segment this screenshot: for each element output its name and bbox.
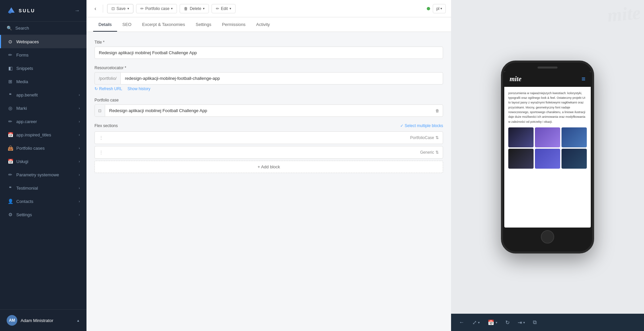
sidebar-item-contacts[interactable]: 👤 Contacts ›: [0, 195, 86, 208]
sidebar-item-parametry[interactable]: ✏ Parametry systemowe ›: [0, 168, 86, 181]
block-2-type-label: Generic: [420, 150, 434, 155]
show-history-label: Show history: [127, 86, 150, 91]
delete-chevron-icon: ▾: [203, 7, 205, 10]
user-menu-chevron-icon: ▲: [77, 319, 80, 322]
resourcelocator-row: /portfolio/: [94, 72, 443, 84]
flex-block-1: ⋮ PortfolioCase ⇅: [94, 131, 443, 144]
preview-external-button[interactable]: ⧉: [530, 317, 539, 328]
watermark-text: mite: [607, 2, 642, 26]
snippets-icon: ◧: [8, 66, 13, 71]
sidebar-item-snippets[interactable]: ◧ Snippets: [0, 62, 86, 75]
sidebar-item-media[interactable]: ⊞ Media: [0, 75, 86, 88]
sidebar-item-app-inspired-titles[interactable]: 📅 app.inspired_titles ›: [0, 128, 86, 141]
marki-icon: ◎: [8, 105, 13, 111]
save-icon: ⊡: [111, 6, 115, 11]
preview-back-button[interactable]: ←: [456, 317, 467, 328]
portfolio-case-label: Portfolio case: [145, 6, 170, 11]
sidebar-item-webspaces-label: Webspaces: [16, 39, 39, 44]
tab-permissions[interactable]: Permissions: [217, 18, 251, 32]
tab-excerpt-taxonomies[interactable]: Excerpt & Taxonomies: [137, 18, 190, 32]
tab-activity-label: Activity: [256, 22, 270, 27]
refresh-url-link[interactable]: ↻ Refresh URL: [94, 86, 122, 91]
language-button[interactable]: pl ▾: [433, 4, 446, 13]
sidebar-item-forms[interactable]: ✏ Forms: [0, 48, 86, 62]
sidebar-item-parametry-label: Parametry systemowe: [16, 172, 59, 177]
logo-icon: [7, 6, 16, 15]
chevron-right-icon: ›: [79, 186, 80, 190]
chevron-right-icon: ›: [79, 173, 80, 177]
tab-activity[interactable]: Activity: [251, 18, 275, 32]
sidebar-item-settings[interactable]: ⚙ Settings ›: [0, 208, 86, 221]
delete-button[interactable]: 🗑 Delete ▾: [180, 4, 209, 13]
title-input[interactable]: [94, 47, 443, 59]
resourcelocator-input[interactable]: [120, 72, 443, 84]
sidebar-item-uslugi[interactable]: 📅 Usługi ›: [0, 155, 86, 168]
preview-forward-icon: ⇥: [518, 319, 522, 326]
phone-screen: mite ≡ porozumienia w najważniejszych kw…: [504, 71, 591, 228]
tab-seo[interactable]: SEO: [117, 18, 137, 32]
save-chevron-icon: ▾: [127, 7, 129, 10]
edit-label: Edit: [221, 6, 228, 11]
show-history-link[interactable]: Show history: [127, 86, 150, 91]
sidebar-item-testimonial[interactable]: ❝ Testimonial ›: [0, 181, 86, 195]
toolbar-divider: [103, 5, 103, 13]
settings-icon: ⚙: [8, 212, 13, 217]
portfolio-case-label: Portfolio case: [94, 98, 443, 102]
phone-img-5: [535, 149, 560, 169]
sidebar-item-marki-label: Marki: [16, 106, 27, 111]
phone-mockup: mite ≡ porozumienia w najważniejszych kw…: [501, 61, 594, 253]
phone-img-1: [508, 127, 534, 147]
back-button[interactable]: ‹: [92, 4, 99, 13]
search-nav-item[interactable]: 🔍 Search: [0, 22, 86, 35]
resourcelocator-links: ↻ Refresh URL Show history: [94, 86, 443, 91]
select-multiple-button[interactable]: ✓ Select multiple blocks: [400, 123, 443, 128]
delete-label: Delete: [190, 6, 201, 11]
flex-sections-header: Flex sections ✓ Select multiple blocks: [94, 123, 443, 128]
sidebar-item-app-benefit[interactable]: ❝ app.benefit ›: [0, 88, 86, 101]
search-label: Search: [15, 26, 29, 31]
webspaces-icon: ⊙: [8, 39, 13, 44]
search-icon: 🔍: [7, 26, 12, 31]
sidebar-item-webspaces[interactable]: ⊙ Webspaces: [0, 35, 86, 48]
user-info[interactable]: AM Adam Ministrator ▲: [7, 315, 80, 326]
chevron-right-icon: ›: [79, 106, 80, 110]
sidebar-item-marki[interactable]: ◎ Marki ›: [0, 101, 86, 115]
drag-handle-icon[interactable]: ⋮: [99, 135, 103, 140]
sidebar: SULU → 🔍 Search ⊙ Webspaces ✏ Forms ◧ Sn…: [0, 0, 86, 331]
flex-sections-group: Flex sections ✓ Select multiple blocks ⋮…: [94, 123, 443, 173]
resourcelocator-prefix: /portfolio/: [94, 72, 120, 84]
sidebar-item-forms-label: Forms: [16, 53, 29, 58]
save-button[interactable]: ⊡ Save ▾: [107, 4, 133, 13]
delete-icon: 🗑: [184, 6, 188, 11]
edit-button[interactable]: ✏ Edit ▾: [212, 4, 236, 13]
edit-chevron-icon: ▾: [230, 7, 231, 10]
portfolio-case-remove-button[interactable]: 🗑: [432, 105, 443, 116]
preview-external-icon: ⧉: [533, 319, 537, 325]
preview-crop-icon: ⤢: [472, 319, 477, 326]
tab-settings[interactable]: Settings: [190, 18, 217, 32]
user-name: Adam Ministrator: [21, 318, 53, 323]
collapse-sidebar-button[interactable]: →: [75, 8, 80, 14]
tab-details[interactable]: Details: [93, 18, 117, 32]
toolbar: ‹ ⊡ Save ▾ ✏ Portfolio case ▾ 🗑 Delete ▾…: [86, 0, 451, 17]
phone-img-6: [562, 149, 587, 169]
preview-calendar-button[interactable]: 📅 ▾: [485, 317, 500, 328]
tabs: Details SEO Excerpt & Taxonomies Setting…: [86, 17, 451, 32]
portfolio-case-button[interactable]: ✏ Portfolio case ▾: [136, 4, 177, 13]
preview-forward-button[interactable]: ⇥ ▾: [515, 317, 528, 328]
preview-crop-button[interactable]: ⤢ ▾: [470, 317, 482, 328]
app-benefit-icon: ❝: [8, 92, 13, 97]
preview-refresh-button[interactable]: ↻: [503, 317, 512, 328]
block-1-expand-icon[interactable]: ⇅: [435, 135, 439, 140]
uslugi-icon: 📅: [8, 159, 13, 164]
refresh-icon: ↻: [94, 86, 98, 91]
sidebar-item-app-career[interactable]: ✏ app.career ›: [0, 115, 86, 128]
add-block-button[interactable]: + Add block: [94, 161, 443, 173]
block-2-expand-icon[interactable]: ⇅: [435, 150, 439, 155]
sidebar-item-portfolio-cases[interactable]: 👜 Portfolio cases ›: [0, 141, 86, 155]
save-label: Save: [116, 6, 125, 11]
drag-handle-icon[interactable]: ⋮: [99, 150, 103, 155]
refresh-url-label: Refresh URL: [99, 86, 122, 91]
sidebar-item-testimonial-label: Testimonial: [16, 186, 38, 191]
chevron-right-icon: ›: [79, 133, 80, 137]
